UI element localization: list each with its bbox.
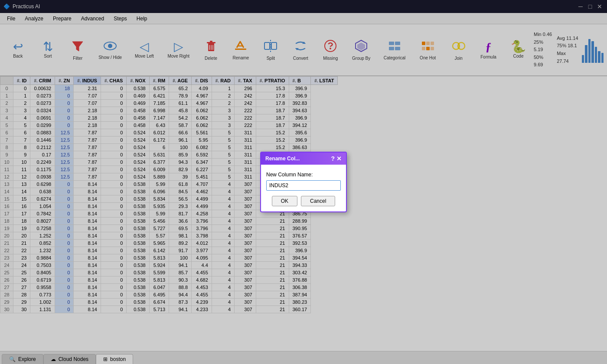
dialog-cancel-button[interactable]: Cancel — [301, 196, 335, 206]
dialog-buttons: OK Cancel — [266, 196, 341, 206]
dialog-help-button[interactable]: ? — [331, 155, 335, 162]
dialog-title: Rename Col... — [265, 156, 300, 162]
dialog-overlay: Rename Col... ? ✕ New Column Name: OK Ca… — [0, 0, 607, 364]
dialog-titlebar: Rename Col... ? ✕ — [261, 153, 346, 165]
dialog-close-button[interactable]: ✕ — [336, 155, 342, 162]
dialog-ok-button[interactable]: OK — [272, 196, 297, 206]
dialog-label: New Column Name: — [266, 172, 341, 178]
dialog-body: New Column Name: OK Cancel — [261, 165, 346, 211]
rename-dialog: Rename Col... ? ✕ New Column Name: OK Ca… — [260, 152, 347, 212]
dialog-titlebar-controls: ? ✕ — [331, 155, 342, 162]
dialog-input[interactable] — [266, 180, 341, 191]
